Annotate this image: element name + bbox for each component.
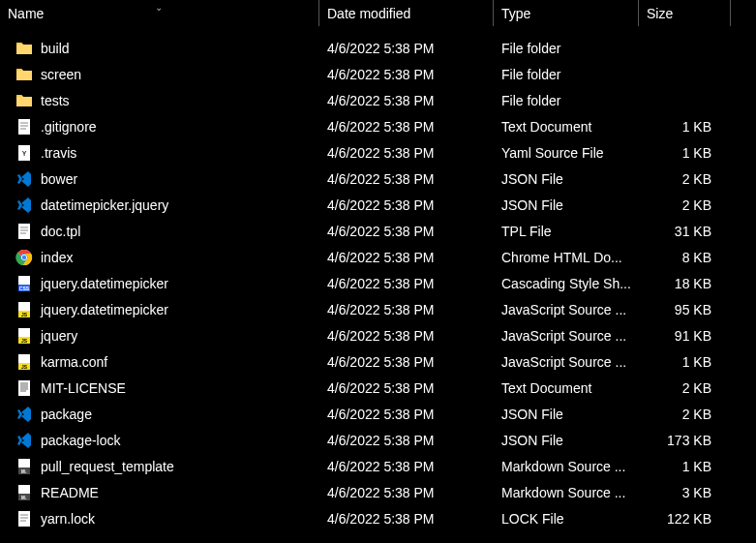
file-name-label: yarn.lock: [41, 511, 95, 527]
file-date-cell: 4/6/2022 5:38 PM: [319, 483, 494, 502]
file-row[interactable]: tests4/6/2022 5:38 PMFile folder: [0, 87, 756, 113]
svg-rect-37: [18, 511, 30, 527]
file-type-cell: LOCK File: [494, 509, 639, 528]
column-header-date[interactable]: Date modified: [319, 0, 494, 26]
file-row[interactable]: yarn.lock4/6/2022 5:38 PMLOCK File122 KB: [0, 505, 756, 531]
file-name-cell: tests: [0, 90, 319, 111]
file-row[interactable]: doc.tpl4/6/2022 5:38 PMTPL File31 KB: [0, 218, 756, 244]
file-type-cell: File folder: [494, 39, 639, 58]
file-icon: [15, 510, 33, 528]
file-date-cell: 4/6/2022 5:38 PM: [319, 378, 494, 398]
file-size-cell: [639, 99, 731, 103]
file-type-cell: File folder: [494, 91, 639, 110]
file-name-label: jquery: [41, 328, 77, 344]
file-size-cell: 1 KB: [639, 143, 731, 163]
file-name-cell: index: [0, 247, 319, 268]
file-name-cell: CSSjquery.datetimepicker: [0, 273, 319, 294]
file-type-cell: Text Document: [494, 117, 639, 136]
file-icon: [15, 406, 33, 423]
file-row[interactable]: package-lock4/6/2022 5:38 PMJSON File173…: [0, 427, 756, 453]
text-file-icon: [15, 510, 33, 528]
file-date-cell: 4/6/2022 5:38 PM: [319, 326, 494, 346]
file-size-cell: 31 KB: [639, 222, 731, 241]
column-header-name[interactable]: Name ⌄: [0, 0, 319, 26]
file-name-cell: doc.tpl: [0, 221, 319, 242]
column-header-row: Name ⌄ Date modified Type Size: [0, 0, 756, 27]
file-date-cell: 4/6/2022 5:38 PM: [319, 431, 494, 450]
file-row[interactable]: screen4/6/2022 5:38 PMFile folder: [0, 61, 756, 87]
file-date-cell: 4/6/2022 5:38 PM: [319, 39, 494, 58]
column-date-label: Date modified: [327, 6, 410, 21]
file-date-cell: 4/6/2022 5:38 PM: [319, 300, 494, 319]
file-name-label: jquery.datetimepicker: [41, 276, 168, 291]
file-row[interactable]: datetimepicker.jquery4/6/2022 5:38 PMJSO…: [0, 192, 756, 218]
file-row[interactable]: index4/6/2022 5:38 PMChrome HTML Do...8 …: [0, 244, 756, 270]
file-name-label: index: [41, 250, 73, 265]
js-file-icon: JS: [15, 353, 33, 371]
file-name-cell: M↓pull_request_template: [0, 456, 319, 477]
file-size-cell: 95 KB: [639, 300, 731, 319]
file-row[interactable]: package4/6/2022 5:38 PMJSON File2 KB: [0, 401, 756, 427]
text-file-icon: [15, 223, 33, 240]
file-date-cell: 4/6/2022 5:38 PM: [319, 222, 494, 241]
file-date-cell: 4/6/2022 5:38 PM: [319, 169, 494, 189]
file-icon: JS: [15, 301, 33, 318]
column-header-type[interactable]: Type: [494, 0, 639, 26]
file-icon: [15, 40, 33, 57]
file-row[interactable]: .gitignore4/6/2022 5:38 PMText Document1…: [0, 113, 756, 139]
file-date-cell: 4/6/2022 5:38 PM: [319, 405, 494, 424]
file-date-cell: 4/6/2022 5:38 PM: [319, 457, 494, 476]
file-icon: [15, 170, 33, 188]
file-row[interactable]: M↓pull_request_template4/6/2022 5:38 PMM…: [0, 453, 756, 479]
file-row[interactable]: JSjquery.datetimepicker4/6/2022 5:38 PMJ…: [0, 296, 756, 322]
file-name-label: .travis: [41, 145, 76, 161]
file-date-cell: 4/6/2022 5:38 PM: [319, 509, 494, 528]
file-type-cell: TPL File: [494, 222, 639, 241]
file-size-cell: 2 KB: [639, 196, 731, 215]
yaml-file-icon: Y: [15, 144, 33, 162]
file-name-label: screen: [41, 67, 81, 82]
file-icon: JS: [15, 353, 33, 371]
file-size-cell: 2 KB: [639, 405, 731, 424]
file-row[interactable]: bower4/6/2022 5:38 PMJSON File2 KB: [0, 166, 756, 192]
file-row[interactable]: M↓README4/6/2022 5:38 PMMarkdown Source …: [0, 479, 756, 505]
svg-point-12: [22, 255, 26, 258]
file-size-cell: 1 KB: [639, 117, 731, 136]
column-type-label: Type: [501, 6, 530, 21]
file-type-cell: Markdown Source ...: [494, 483, 639, 502]
file-type-cell: JavaScript Source ...: [494, 352, 639, 372]
file-icon: [15, 379, 33, 397]
file-name-label: doc.tpl: [41, 224, 80, 239]
file-icon: [15, 66, 33, 83]
column-header-size[interactable]: Size: [639, 0, 731, 26]
file-size-cell: 18 KB: [639, 274, 731, 293]
folder-icon: [15, 40, 33, 57]
file-row[interactable]: build4/6/2022 5:38 PMFile folder: [0, 35, 756, 61]
file-date-cell: 4/6/2022 5:38 PM: [319, 274, 494, 293]
text-lines-icon: [15, 379, 33, 397]
text-file-icon: [15, 118, 33, 136]
file-row[interactable]: MIT-LICENSE4/6/2022 5:38 PMText Document…: [0, 375, 756, 401]
file-name-cell: MIT-LICENSE: [0, 377, 319, 399]
file-size-cell: 1 KB: [639, 457, 731, 476]
file-name-label: MIT-LICENSE: [41, 380, 126, 396]
file-date-cell: 4/6/2022 5:38 PM: [319, 91, 494, 110]
markdown-file-icon: M↓: [15, 458, 33, 475]
file-name-cell: JSjquery.datetimepicker: [0, 299, 319, 320]
file-row[interactable]: JSjquery4/6/2022 5:38 PMJavaScript Sourc…: [0, 322, 756, 348]
file-name-cell: JSjquery: [0, 325, 319, 347]
file-name-label: package: [41, 407, 92, 422]
file-name-label: .gitignore: [41, 119, 97, 135]
sort-indicator-icon: ⌄: [155, 2, 163, 13]
svg-rect-0: [18, 119, 30, 135]
chrome-icon: [15, 249, 33, 266]
file-type-cell: JSON File: [494, 196, 639, 215]
file-name-cell: bower: [0, 168, 319, 190]
file-icon: M↓: [15, 484, 33, 501]
svg-text:CSS: CSS: [19, 285, 30, 290]
file-date-cell: 4/6/2022 5:38 PM: [319, 352, 494, 372]
file-row[interactable]: Y.travis4/6/2022 5:38 PMYaml Source File…: [0, 139, 756, 166]
file-date-cell: 4/6/2022 5:38 PM: [319, 248, 494, 267]
file-row[interactable]: JSkarma.conf4/6/2022 5:38 PMJavaScript S…: [0, 348, 756, 375]
file-row[interactable]: CSSjquery.datetimepicker4/6/2022 5:38 PM…: [0, 270, 756, 296]
